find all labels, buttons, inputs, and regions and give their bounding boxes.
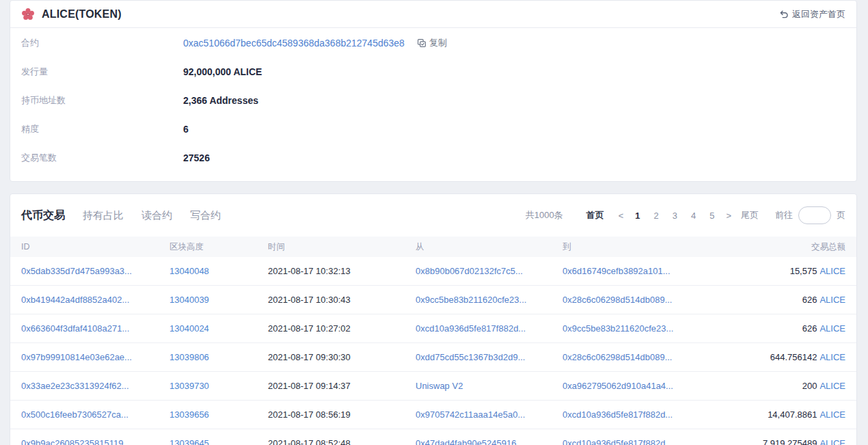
token-header: ALICE(TOKEN) 返回资产首页: [10, 1, 856, 28]
to-and-amount-cell: 0xa962795062d910a41a4... 200ALICE: [562, 381, 845, 391]
amount-cell: 14,407.8861ALICE: [768, 409, 845, 420]
col-header-to-and-amount: 到 交易总额: [562, 241, 845, 253]
col-header-block: 区块高度: [169, 241, 268, 253]
copy-contract-button[interactable]: 复制: [417, 37, 447, 49]
amount-value: 15,575: [790, 266, 817, 276]
block-height-link[interactable]: 13039645: [169, 438, 268, 445]
amount-value: 626: [802, 295, 817, 305]
back-to-assets-link[interactable]: 返回资产首页: [779, 8, 845, 21]
stat-row-decimals: 精度 6: [10, 115, 856, 144]
contract-label: 合约: [21, 37, 183, 49]
pagination-goto-input[interactable]: [798, 206, 831, 224]
pagination-next-button[interactable]: >: [726, 211, 731, 221]
stat-row-supply: 发行量 92,000,000 ALICE: [10, 57, 856, 86]
pagination-page-1[interactable]: 1: [633, 211, 642, 221]
token-symbol-link[interactable]: ALICE: [819, 352, 845, 362]
col-header-time: 时间: [268, 241, 416, 253]
table-row: 0x97b99910814e03e62ae... 13039806 2021-0…: [10, 343, 856, 372]
token-info-card: ALICE(TOKEN) 返回资产首页 合约 0xac51066d7bec65d…: [10, 0, 857, 182]
pagination-goto-unit: 页: [837, 209, 845, 221]
amount-cell: 644.756142ALICE: [770, 352, 845, 362]
from-address-link[interactable]: 0x9cc5be83b211620cfe23...: [416, 295, 562, 305]
col-header-id: ID: [21, 242, 169, 252]
to-address-link[interactable]: 0xa962795062d910a41a4...: [562, 381, 683, 391]
token-info-rows: 合约 0xac51066d7bec65dc4589368da368b212745…: [10, 28, 856, 172]
col-header-from: 从: [416, 241, 562, 253]
tx-hash-link[interactable]: 0x97b99910814e03e62ae...: [21, 352, 169, 362]
page-title: ALICE(TOKEN): [42, 8, 122, 21]
stat-value: 6: [183, 124, 189, 135]
contract-address-link[interactable]: 0xac51066d7bec65dc4589368da368b212745d63…: [183, 38, 405, 49]
tx-hash-link[interactable]: 0x663604f3dfaf4108a271...: [21, 323, 169, 334]
pagination-first-button[interactable]: 首页: [586, 209, 604, 221]
block-height-link[interactable]: 13040039: [169, 295, 268, 305]
table-row: 0x33ae2e23c3313924f62... 13039730 2021-0…: [10, 372, 856, 401]
pagination-page-2[interactable]: 2: [651, 211, 660, 221]
token-symbol-link[interactable]: ALICE: [819, 323, 845, 334]
amount-value: 626: [802, 323, 817, 334]
block-height-link[interactable]: 13040024: [169, 323, 268, 334]
amount-value: 14,407.8861: [768, 409, 817, 420]
pagination-page-4[interactable]: 4: [689, 211, 698, 221]
block-height-link[interactable]: 13039806: [169, 352, 268, 362]
tx-hash-link[interactable]: 0x9b9ac26085235815119...: [21, 438, 169, 445]
pagination-total: 共1000条: [526, 209, 563, 221]
amount-cell: 626ALICE: [802, 323, 845, 334]
stat-label: 精度: [21, 123, 183, 135]
to-and-amount-cell: 0x6d16749cefb3892a101... 15,575ALICE: [562, 266, 845, 276]
from-address-link[interactable]: 0x8b90b067d02132fc7c5...: [416, 266, 562, 276]
tab-token-transfers[interactable]: 代币交易: [21, 208, 65, 223]
token-symbol-link[interactable]: ALICE: [819, 266, 845, 276]
token-symbol-link[interactable]: ALICE: [819, 381, 845, 391]
tab-bar: 代币交易 持有占比 读合约 写合约 共1000条 首页 < 1 2 3 4 5 …: [10, 194, 856, 237]
amount-value: 200: [802, 381, 817, 391]
amount-value: 644.756142: [770, 352, 817, 362]
pagination-page-3[interactable]: 3: [670, 211, 679, 221]
tx-time: 2021-08-17 09:14:37: [268, 381, 416, 391]
tab-read-contract[interactable]: 读合约: [141, 209, 172, 222]
copy-icon: [417, 38, 426, 48]
to-address-link[interactable]: 0x6d16749cefb3892a101...: [562, 266, 680, 276]
to-address-link[interactable]: 0x28c6c06298d514db089...: [562, 295, 681, 305]
from-address-link[interactable]: Uniswap V2: [416, 381, 562, 391]
tx-hash-link[interactable]: 0x500c16feeb7306527ca...: [21, 409, 169, 420]
stat-label: 交易笔数: [21, 152, 183, 164]
from-address-link[interactable]: 0xcd10a936d5fe817f882d...: [416, 323, 562, 334]
from-address-link[interactable]: 0x47dad4fab90e5245916...: [416, 438, 562, 445]
to-address-link[interactable]: 0xcd10a936d5fe817f882d...: [562, 438, 682, 445]
block-height-link[interactable]: 13040048: [169, 266, 268, 276]
tab-holders[interactable]: 持有占比: [83, 209, 124, 222]
tab-write-contract[interactable]: 写合约: [190, 209, 221, 222]
tx-time: 2021-08-17 10:27:02: [268, 323, 416, 334]
block-height-link[interactable]: 13039656: [169, 409, 268, 420]
to-address-link[interactable]: 0x28c6c06298d514db089...: [562, 352, 681, 362]
to-address-link[interactable]: 0x9cc5be83b211620cfe23...: [562, 323, 683, 334]
block-height-link[interactable]: 13039730: [169, 381, 268, 391]
table-row: 0x9b9ac26085235815119... 13039645 2021-0…: [10, 429, 856, 445]
tx-time: 2021-08-17 08:56:19: [268, 409, 416, 420]
from-address-link[interactable]: 0xdd75cd55c1367b3d2d9...: [416, 352, 562, 362]
amount-cell: 626ALICE: [802, 295, 845, 305]
table-row: 0x5dab335d7d475a993a3... 13040048 2021-0…: [10, 257, 856, 286]
token-symbol-link[interactable]: ALICE: [819, 295, 845, 305]
token-symbol-link[interactable]: ALICE: [819, 438, 845, 445]
from-address-link[interactable]: 0x9705742c11aaa14e5a0...: [416, 409, 562, 420]
tx-hash-link[interactable]: 0xb419442a4df8852a402...: [21, 295, 169, 305]
table-row: 0xb419442a4df8852a402... 13040039 2021-0…: [10, 286, 856, 314]
pagination-prev-button[interactable]: <: [619, 211, 624, 221]
tx-time: 2021-08-17 10:30:43: [268, 295, 416, 305]
tx-time: 2021-08-17 08:52:48: [268, 438, 416, 445]
tx-hash-link[interactable]: 0x33ae2e23c3313924f62...: [21, 381, 169, 391]
pagination-last-button[interactable]: 尾页: [741, 209, 759, 221]
tx-hash-link[interactable]: 0x5dab335d7d475a993a3...: [21, 266, 169, 276]
token-symbol-link[interactable]: ALICE: [819, 409, 845, 420]
tx-time: 2021-08-17 10:32:13: [268, 266, 416, 276]
to-address-link[interactable]: 0xcd10a936d5fe817f882d...: [562, 409, 682, 420]
pagination-page-5[interactable]: 5: [707, 211, 716, 221]
to-and-amount-cell: 0x28c6c06298d514db089... 644.756142ALICE: [562, 352, 845, 362]
amount-cell: 15,575ALICE: [790, 266, 845, 276]
amount-cell: 7,919.275489ALICE: [763, 438, 845, 445]
stat-value: 92,000,000 ALICE: [183, 66, 262, 77]
to-and-amount-cell: 0x9cc5be83b211620cfe23... 626ALICE: [562, 323, 845, 334]
contract-row: 合约 0xac51066d7bec65dc4589368da368b212745…: [10, 29, 856, 57]
